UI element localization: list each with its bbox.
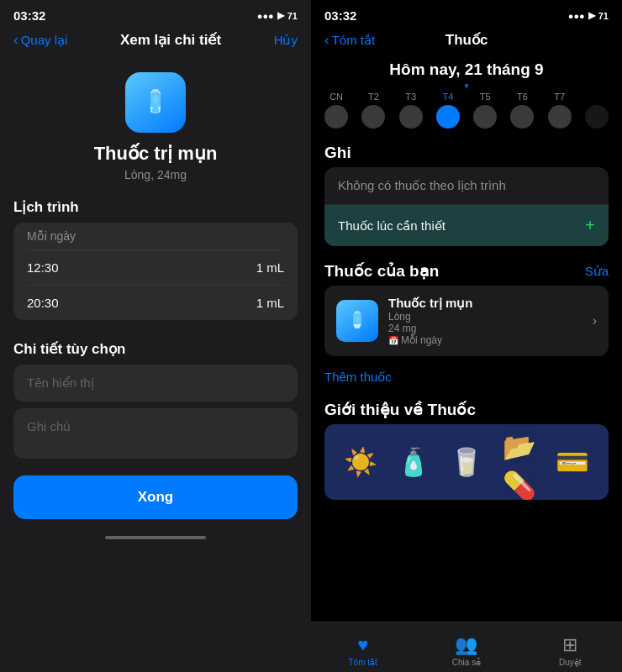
schedule-card: Mỗi ngày 12:30 1 mL 20:30 1 mL [13, 223, 298, 320]
tab-browse-label: Duyệt [559, 658, 582, 667]
share-icon: 👥 [455, 634, 477, 656]
tab-browse[interactable]: ⊞ Duyệt [519, 627, 622, 667]
down-arrow-icon: ▼ [311, 82, 622, 90]
med-info: Thuốc trị mụn Lòng 24 mg 📅 Mỗi ngày [388, 296, 582, 346]
calendar-icon: 📅 [388, 336, 398, 345]
schedule-row-1: 12:30 1 mL [13, 250, 298, 285]
edit-button[interactable]: Sửa [585, 264, 609, 279]
cancel-button[interactable]: Hủy [274, 33, 298, 48]
week-nav[interactable]: CN T2 T3 T4 T5 T6 T7 -- [311, 90, 622, 135]
add-medicine-button[interactable]: Thêm thuốc [311, 363, 622, 395]
medicine-card[interactable]: Thuốc trị mụn Lòng 24 mg 📅 Mỗi ngày › [324, 286, 609, 356]
no-schedule-text: Không có thuốc theo lịch trình [338, 178, 506, 193]
note-input[interactable]: Ghi chú [13, 408, 298, 459]
right-status-icons: ●●● ▶ 71 [568, 10, 609, 21]
medicine-dosage: Lòng, 24mg [0, 168, 311, 198]
wifi-icon: ▶ [277, 10, 284, 21]
tab-share-label: Chia sẻ [452, 658, 481, 667]
day-label-5: T6 [517, 92, 528, 102]
back-button[interactable]: ‹ Quay lại [13, 32, 67, 49]
r-back-label: Tóm tắt [332, 33, 376, 48]
r-wifi-icon: ▶ [588, 10, 595, 21]
right-panel: 03:32 ●●● ▶ 71 ‹ Tóm tắt Thuốc Hôm nay, … [311, 0, 622, 672]
left-status-bar: 03:32 ●●● ▶ 71 [0, 0, 311, 28]
date-header: Hôm nay, 21 tháng 9 [311, 57, 622, 84]
medicine-name: Thuốc trị mụn [0, 143, 311, 168]
signal-icon: ●●● [257, 11, 274, 21]
done-button[interactable]: Xong [13, 475, 298, 519]
r-battery-icon: 71 [598, 11, 609, 21]
day-label-0: CN [329, 92, 343, 102]
display-name-input[interactable]: Tên hiển thị [13, 365, 298, 402]
day-label-2: T3 [405, 92, 416, 102]
battery-icon: 71 [287, 11, 298, 21]
schedule-section-label: Lịch trình [0, 198, 311, 223]
dose-2: 1 mL [256, 296, 284, 310]
medicine-bottle-icon: 🧴 [397, 446, 430, 478]
your-meds-header: Thuốc của bạn Sửa [311, 253, 622, 286]
day-circle-5 [510, 105, 534, 129]
tab-share[interactable]: 👥 Chia sẻ [414, 627, 518, 667]
right-time: 03:32 [324, 8, 356, 23]
week-day-3[interactable]: T4 [436, 92, 460, 129]
your-meds-title: Thuốc của bạn [324, 261, 439, 281]
week-day-6[interactable]: T7 [548, 92, 572, 129]
as-needed-text: Thuốc lúc cần thiết [338, 218, 445, 234]
as-needed-row[interactable]: Thuốc lúc cần thiết + [324, 205, 609, 246]
note-placeholder: Ghi chú [27, 419, 71, 433]
chevron-right-icon: › [593, 313, 597, 328]
log-card: Không có thuốc theo lịch trình Thuốc lúc… [324, 167, 609, 246]
tube-icon [137, 84, 174, 121]
r-signal-icon: ●●● [568, 11, 585, 21]
right-nav-title: Thuốc [445, 31, 488, 49]
day-circle-3 [436, 105, 460, 129]
medicine-icon-circle [125, 72, 186, 133]
r-back-chevron-icon: ‹ [324, 32, 329, 49]
back-label: Quay lại [21, 33, 68, 48]
left-panel: 03:32 ●●● ▶ 71 ‹ Quay lại Xem lại chi ti… [0, 0, 311, 672]
pill-icon: 💊 [503, 470, 536, 500]
week-day-1[interactable]: T2 [361, 92, 385, 129]
time-1: 12:30 [27, 260, 59, 275]
heart-icon: ♥ [357, 634, 368, 656]
day-circle-4 [473, 105, 497, 129]
dose-1: 1 mL [256, 260, 284, 275]
plus-icon[interactable]: + [585, 216, 595, 235]
display-name-placeholder: Tên hiển thị [27, 375, 94, 390]
tab-summary[interactable]: ♥ Tóm tắt [311, 627, 414, 667]
med-icon-small [336, 300, 378, 342]
browse-icon: ⊞ [562, 634, 577, 656]
right-nav-bar: ‹ Tóm tắt Thuốc [311, 28, 622, 57]
med-dose: 24 mg [388, 323, 582, 334]
back-chevron-icon: ‹ [13, 32, 18, 49]
intro-card[interactable]: ☀️ 🧴 🥛 📂 💊 💳 [324, 424, 609, 500]
home-indicator [105, 536, 206, 539]
right-status-bar: 03:32 ●●● ▶ 71 [311, 0, 622, 28]
left-time: 03:32 [13, 8, 45, 23]
tube-icon-small [344, 307, 371, 334]
day-label-1: T2 [368, 92, 379, 102]
week-day-0[interactable]: CN [324, 92, 348, 129]
left-nav-title: Xem lại chi tiết [120, 31, 221, 49]
week-day-4[interactable]: T5 [473, 92, 497, 129]
schedule-row-2: 20:30 1 mL [13, 286, 298, 320]
intro-section-title: Giới thiệu về Thuốc [311, 395, 622, 424]
svg-rect-3 [152, 108, 159, 113]
day-circle-2 [399, 105, 423, 129]
svg-rect-9 [356, 315, 359, 321]
card-icon: 💳 [556, 446, 589, 478]
day-label-4: T5 [480, 92, 491, 102]
left-status-icons: ●●● ▶ 71 [257, 10, 298, 21]
med-form: Lòng [388, 311, 582, 323]
day-label-6: T7 [554, 92, 565, 102]
log-section-title: Ghi [311, 135, 622, 167]
med-name: Thuốc trị mụn [388, 296, 582, 311]
r-back-button[interactable]: ‹ Tóm tắt [324, 32, 375, 49]
left-nav-bar: ‹ Quay lại Xem lại chi tiết Hủy [0, 28, 311, 57]
time-2: 20:30 [27, 296, 59, 310]
med-schedule: 📅 Mỗi ngày [388, 334, 582, 346]
week-day-5[interactable]: T6 [510, 92, 534, 129]
medicine-icon-area [0, 57, 311, 143]
custom-section-label: Chi tiết tùy chọn [0, 327, 311, 365]
week-day-2[interactable]: T3 [399, 92, 423, 129]
